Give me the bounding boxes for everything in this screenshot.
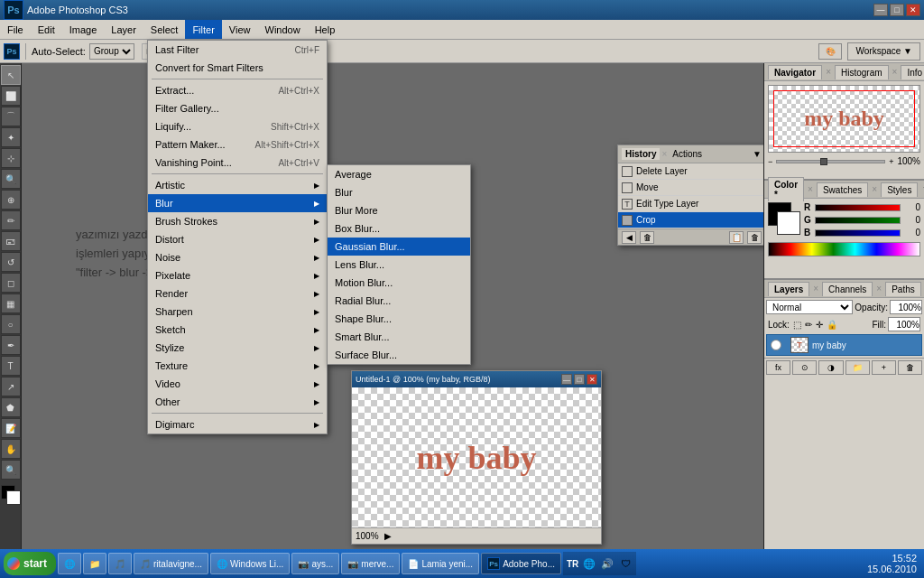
tab-color[interactable]: Color * — [768, 177, 804, 201]
lock-position-icon[interactable]: ✛ — [816, 320, 823, 330]
tool-brush[interactable]: ✏ — [1, 210, 21, 230]
history-panel-close[interactable]: ▼ — [753, 149, 762, 159]
tool-healing[interactable]: ⊕ — [1, 190, 21, 210]
filter-vanishing-point[interactable]: Vanishing Point... Alt+Ctrl+V — [148, 154, 327, 172]
tab-layers[interactable]: Layers — [768, 282, 809, 296]
background-color[interactable] — [777, 211, 800, 235]
menu-edit[interactable]: Edit — [31, 20, 62, 39]
history-item-crop[interactable]: Crop — [618, 212, 763, 228]
taskbar-btn-ritalavigne[interactable]: 🎵 ritalavigne... — [134, 553, 208, 574]
tool-clone[interactable]: 🖃 — [1, 231, 21, 251]
tab-navigator[interactable]: Navigator — [768, 65, 822, 79]
lock-transparent-icon[interactable]: ⬚ — [793, 320, 801, 330]
tool-lasso[interactable]: ⌒ — [1, 107, 21, 126]
tool-pen[interactable]: ✒ — [1, 335, 21, 355]
taskbar-btn-lamia[interactable]: 📄 Lamia yeni... — [402, 553, 479, 574]
navigator-zoom-thumb[interactable] — [820, 158, 827, 165]
taskbar-btn-quicklaunch-ie[interactable]: 🌐 — [58, 553, 81, 574]
blur-average[interactable]: Average — [328, 165, 470, 183]
start-button[interactable]: start — [4, 552, 56, 575]
fill-input[interactable] — [888, 317, 920, 331]
tool-crop[interactable]: ⊹ — [1, 148, 21, 168]
maximize-button[interactable]: □ — [890, 4, 904, 16]
color-b-slider[interactable] — [815, 229, 901, 237]
filter-noise[interactable]: Noise — [148, 248, 327, 266]
layer-adjustment-button[interactable]: ◑ — [818, 360, 843, 375]
workspace-button[interactable]: Workspace ▼ — [847, 42, 920, 61]
color-indicator[interactable]: 🎨 — [818, 43, 842, 60]
history-item-move[interactable]: Move — [618, 180, 763, 196]
history-item-delete-layer[interactable]: Delete Layer — [618, 163, 763, 180]
history-back-button[interactable]: ◀ — [622, 231, 636, 244]
taskbar-btn-merve[interactable]: 📷 merve... — [341, 553, 400, 574]
autoselect-dropdown[interactable]: Group Layer — [89, 43, 134, 60]
taskbar-btn-windows-li[interactable]: 🌐 Windows Li... — [210, 553, 290, 574]
blur-gaussian[interactable]: Gaussian Blur... — [328, 238, 470, 256]
layer-row-my-baby[interactable]: T my baby — [766, 334, 922, 356]
filter-sharpen[interactable]: Sharpen — [148, 303, 327, 321]
blur-blur[interactable]: Blur — [328, 183, 470, 201]
filter-stylize[interactable]: Stylize — [148, 339, 327, 357]
history-item-edit-type[interactable]: T Edit Type Layer — [618, 196, 763, 212]
blur-radial[interactable]: Radial Blur... — [328, 292, 470, 310]
layer-new-button[interactable]: + — [872, 360, 896, 375]
menu-window[interactable]: Window — [258, 20, 308, 39]
layer-visibility-toggle[interactable] — [771, 340, 781, 350]
layer-group-button[interactable]: 📁 — [845, 360, 870, 375]
taskbar-btn-ays[interactable]: 📷 ays... — [291, 553, 339, 574]
tool-zoom[interactable]: 🔍 — [1, 460, 21, 480]
tool-path-select[interactable]: ↗ — [1, 377, 21, 396]
minimize-button[interactable]: — — [873, 4, 888, 16]
history-new-button[interactable]: 📋 — [729, 231, 744, 244]
layer-mask-button[interactable]: ⊙ — [792, 360, 817, 375]
doc-close-button[interactable]: ✕ — [587, 374, 597, 385]
history-delete-button[interactable]: 🗑 — [640, 231, 654, 244]
tool-eraser[interactable]: ◻ — [1, 273, 21, 293]
tab-styles[interactable]: Styles — [881, 182, 918, 197]
filter-blur[interactable]: Blur — [148, 194, 327, 212]
close-button[interactable]: ✕ — [906, 4, 920, 16]
opacity-input[interactable] — [890, 300, 922, 314]
blur-box[interactable]: Box Blur... — [328, 219, 470, 238]
tool-dodge[interactable]: ○ — [1, 314, 21, 334]
lock-image-icon[interactable]: ✏ — [805, 320, 812, 330]
blur-lens[interactable]: Lens Blur... — [328, 256, 470, 274]
taskbar-btn-quicklaunch-folder[interactable]: 📁 — [83, 553, 106, 574]
color-r-slider[interactable] — [815, 204, 901, 211]
blur-surface[interactable]: Surface Blur... — [328, 346, 470, 364]
tool-type[interactable]: T — [1, 356, 21, 376]
tool-move[interactable]: ↖ — [1, 65, 21, 85]
history-trash-button[interactable]: 🗑 — [747, 231, 762, 244]
blur-more[interactable]: Blur More — [328, 201, 470, 219]
menu-help[interactable]: Help — [308, 20, 343, 39]
fg-bg-color-switcher[interactable] — [1, 485, 21, 505]
filter-last-filter[interactable]: Last Filter Ctrl+F — [148, 41, 327, 59]
tray-network-icon[interactable]: 🌐 — [582, 556, 596, 571]
tool-gradient[interactable]: ▦ — [1, 294, 21, 313]
doc-maximize-button[interactable]: □ — [574, 374, 585, 385]
color-g-slider[interactable] — [815, 217, 901, 224]
fg-bg-color-display[interactable] — [768, 202, 800, 235]
filter-brush-strokes[interactable]: Brush Strokes — [148, 212, 327, 230]
blur-smart[interactable]: Smart Blur... — [328, 328, 470, 346]
blur-shape[interactable]: Shape Blur... — [328, 310, 470, 328]
tool-shape[interactable]: ⬟ — [1, 397, 21, 417]
layer-fx-button[interactable]: fx — [766, 360, 790, 375]
menu-select[interactable]: Select — [143, 20, 186, 39]
filter-pixelate[interactable]: Pixelate — [148, 266, 327, 284]
tab-paths[interactable]: Paths — [885, 282, 921, 296]
filter-artistic[interactable]: Artistic — [148, 176, 327, 194]
tool-select-rect[interactable]: ⬜ — [1, 86, 21, 106]
blur-motion[interactable]: Motion Blur... — [328, 274, 470, 292]
doc-minimize-button[interactable]: — — [561, 374, 572, 385]
tool-history-brush[interactable]: ↺ — [1, 252, 21, 272]
filter-gallery[interactable]: Filter Gallery... — [148, 99, 327, 117]
navigator-zoom-track[interactable] — [776, 160, 885, 163]
color-gradient-bar[interactable] — [768, 242, 920, 256]
tab-channels[interactable]: Channels — [822, 282, 873, 296]
filter-convert-smart[interactable]: Convert for Smart Filters — [148, 59, 327, 77]
taskbar-btn-photoshop[interactable]: Ps Adobe Pho... — [481, 553, 561, 574]
menu-file[interactable]: File — [0, 20, 31, 39]
filter-extract[interactable]: Extract... Alt+Ctrl+X — [148, 81, 327, 99]
filter-other[interactable]: Other — [148, 393, 327, 411]
